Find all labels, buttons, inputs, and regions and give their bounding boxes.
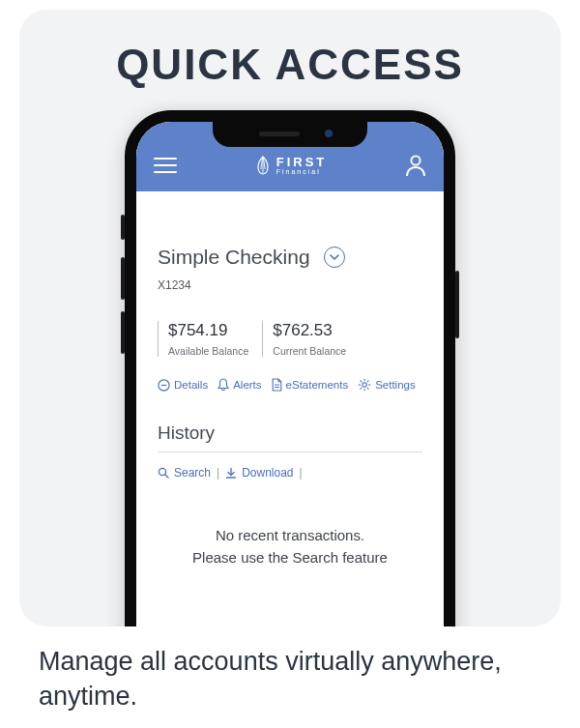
phone-side-button [121, 257, 125, 300]
phone-screen: FIRST Financial Simple Checking [136, 122, 444, 626]
bell-icon [218, 378, 229, 392]
available-balance-label: Available Balance [168, 345, 248, 357]
phone-notch [213, 120, 367, 147]
download-icon [225, 467, 237, 479]
history-tools: Search | Download | [158, 466, 422, 480]
empty-history-message: No recent transactions. Please use the S… [158, 524, 422, 569]
expand-account-button[interactable] [324, 247, 345, 268]
brand-mark-icon [255, 156, 271, 175]
history-heading: History [158, 422, 422, 444]
details-link[interactable]: Details [158, 379, 208, 392]
menu-icon[interactable] [154, 153, 177, 178]
account-panel: Simple Checking X1234 $754.19 Available … [136, 191, 444, 569]
document-icon [272, 378, 282, 392]
profile-icon[interactable] [405, 154, 426, 177]
empty-line-1: No recent transactions. [167, 524, 413, 546]
download-label: Download [242, 466, 293, 480]
balances-row: $754.19 Available Balance $762.53 Curren… [158, 321, 422, 357]
download-link[interactable]: Download [225, 466, 293, 480]
phone-side-button [121, 311, 125, 354]
account-actions: Details Alerts eStatements Settings [158, 378, 422, 392]
account-name: Simple Checking [158, 246, 310, 269]
alerts-link[interactable]: Alerts [218, 378, 261, 392]
estatements-label: eStatements [286, 379, 349, 391]
separator: | [300, 466, 303, 480]
available-balance-amount: $754.19 [168, 321, 248, 340]
empty-line-2: Please use the Search feature [167, 546, 413, 568]
alerts-label: Alerts [233, 379, 261, 391]
svg-line-7 [165, 475, 168, 478]
phone-side-button [455, 271, 459, 338]
search-link[interactable]: Search [158, 466, 211, 480]
phone-side-button [121, 215, 125, 240]
brand-name: FIRST [276, 156, 328, 168]
gear-icon [358, 378, 371, 392]
svg-point-0 [411, 156, 420, 164]
settings-label: Settings [375, 379, 416, 391]
hero-caption: Manage all accounts virtually anywhere, … [39, 644, 541, 714]
current-balance-label: Current Balance [273, 345, 346, 357]
phone-frame: FIRST Financial Simple Checking [125, 110, 455, 626]
brand-subname: Financial [276, 168, 328, 175]
account-number: X1234 [158, 278, 422, 292]
settings-link[interactable]: Settings [358, 378, 416, 392]
details-label: Details [174, 379, 208, 391]
svg-point-5 [362, 383, 366, 387]
current-balance: $762.53 Current Balance [262, 321, 346, 357]
search-label: Search [174, 466, 211, 480]
details-icon [158, 379, 170, 392]
estatements-link[interactable]: eStatements [272, 378, 349, 392]
hero-title: QUICK ACCESS [19, 10, 561, 89]
available-balance: $754.19 Available Balance [158, 321, 248, 357]
search-icon [158, 467, 169, 479]
brand-logo: FIRST Financial [255, 156, 328, 175]
hero-card: QUICK ACCESS [19, 10, 561, 626]
divider [158, 451, 422, 452]
current-balance-amount: $762.53 [273, 321, 346, 340]
separator: | [217, 466, 219, 480]
